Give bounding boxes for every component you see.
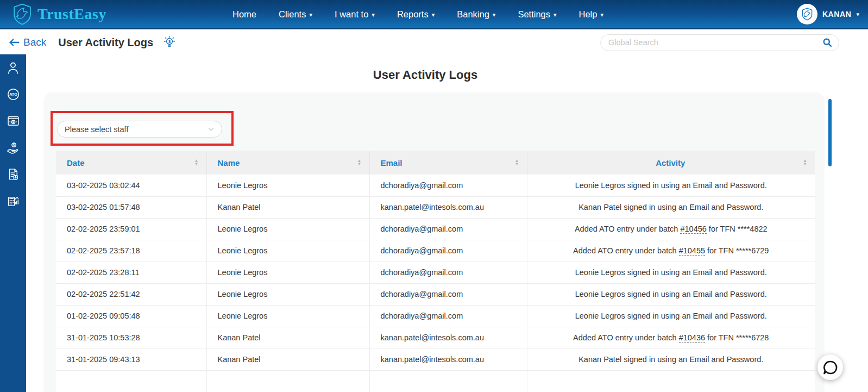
svg-text:$: $ [168,39,171,44]
batch-link[interactable]: #10436 [679,333,705,343]
column-label: Date [67,158,194,167]
cell-email: dchoradiya@gmail.com [369,305,527,327]
sort-icon[interactable]: ▲▼ [194,159,199,166]
column-label: Activity [538,158,803,167]
sidebar-item-document-download-icon[interactable] [0,161,26,188]
app-window: TrustEasy HomeClients▾I want to▾Reports▾… [0,0,868,392]
chat-fab-button[interactable] [817,354,843,380]
cell-empty [369,370,527,392]
cell-empty [527,370,815,392]
search-icon[interactable] [822,38,832,47]
staff-select-dropdown[interactable]: Please select staff [57,121,222,138]
hint-bulb-icon[interactable]: $ [163,35,176,49]
column-header-name[interactable]: Name▲▼ [206,151,369,175]
cell-activity: Leonie Legros signed in using an Email a… [527,262,815,283]
table-row: 02-02-2025 23:28:11Leonie Legrosdchoradi… [56,262,815,283]
activity-text: Added ATO entry under batch [573,333,679,342]
back-label: Back [23,36,46,48]
nav-item-help[interactable]: Help▾ [579,9,603,20]
table-row: 02-02-2025 22:51:42Leonie Legrosdchoradi… [56,283,815,305]
cell-date: 02-02-2025 23:57:18 [56,240,206,262]
svg-text:ATO: ATO [9,92,17,97]
cell-empty [206,370,369,392]
table-row: 03-02-2025 01:57:48Kanan Patelkanan.pate… [56,196,815,218]
cell-date: 31-01-2025 10:53:28 [56,327,206,349]
activity-text: for TFN *****6728 [705,333,769,342]
nav-item-home[interactable]: Home [232,9,256,20]
chevron-down-icon: ▾ [493,11,496,18]
sort-icon[interactable]: ▲▼ [515,159,519,166]
cell-email: kanan.patel@intesols.com.au [369,196,527,218]
cell-date: 31-01-2025 09:43:13 [56,349,206,370]
cell-date: 02-02-2025 23:28:11 [56,262,206,283]
table-row: 02-02-2025 23:57:18Leonie Legrosdchoradi… [56,240,815,262]
cell-date: 02-02-2025 22:51:42 [56,283,206,305]
activity-logs-card: Please select staff Date▲▼Name▲▼Email▲▼A… [43,92,825,392]
table-row: 31-01-2025 10:53:28Kanan Patelkanan.pate… [56,327,815,349]
table-row: 31-01-2025 09:43:13Kanan Patelkanan.pate… [56,349,815,370]
main-content: User Activity Logs Please select staff D… [26,54,868,392]
global-search [600,34,839,51]
sidebar-item-calculator-report-icon[interactable] [0,188,26,214]
nav-item-label: Banking [457,9,489,20]
sidebar-item-ato-icon[interactable]: ATO [0,81,26,108]
trusteasy-shield-bird-icon [11,3,34,26]
activity-table-wrap: Date▲▼Name▲▼Email▲▼Activity▲▼ 03-02-2025… [56,151,815,392]
chevron-down-icon: ▾ [600,11,603,18]
brand-logo[interactable]: TrustEasy [11,3,106,26]
cell-email: dchoradiya@gmail.com [369,262,527,283]
batch-link[interactable]: #10456 [680,225,706,234]
cell-name: Leonie Legros [206,218,369,240]
nav-item-settings[interactable]: Settings▾ [518,9,556,20]
brand-name: TrustEasy [37,5,106,23]
batch-link[interactable]: #10455 [679,246,705,256]
chat-bubble-icon [822,359,839,376]
activity-table-head: Date▲▼Name▲▼Email▲▼Activity▲▼ [56,151,815,175]
table-row: 01-02-2025 09:05:48Leonie Legrosdchoradi… [56,305,815,327]
column-header-email[interactable]: Email▲▼ [369,151,527,175]
cell-name: Leonie Legros [206,262,369,283]
avatar-bird-icon [800,7,814,21]
sort-icon[interactable]: ▲▼ [357,159,362,166]
nav-item-label: I want to [335,9,368,20]
activity-text: for TFN ****4822 [707,225,768,233]
sidebar-item-hand-money-icon[interactable]: $ [0,134,26,161]
back-button[interactable]: Back [8,36,46,48]
activity-table-body: 03-02-2025 03:02:44Leonie Legrosdchoradi… [56,175,815,392]
search-input[interactable] [601,38,822,47]
page-title: User Activity Logs [26,68,825,82]
cell-name: Kanan Patel [206,196,369,218]
user-menu[interactable]: KANAN ▾ [797,4,859,24]
cell-email: dchoradiya@gmail.com [369,175,527,196]
cell-activity: Leonie Legros signed in using an Email a… [527,305,815,327]
nav-item-clients[interactable]: Clients▾ [279,9,312,20]
activity-table: Date▲▼Name▲▼Email▲▼Activity▲▼ 03-02-2025… [56,151,815,392]
cell-name: Leonie Legros [206,305,369,327]
cell-activity: Added ATO entry under batch #10436 for T… [527,327,815,349]
activity-text: Added ATO entry under batch [575,225,681,233]
cell-name: Kanan Patel [206,349,369,370]
column-header-activity[interactable]: Activity▲▼ [527,151,815,175]
vertical-scrollbar-thumb[interactable] [828,99,832,166]
sidebar-item-user-icon[interactable] [0,54,26,81]
chevron-down-icon [207,126,215,133]
arrow-left-icon [8,38,20,47]
cell-activity: Added ATO entry under batch #10455 for T… [527,240,815,262]
nav-item-i-want-to[interactable]: I want to▾ [335,9,375,20]
cell-email: dchoradiya@gmail.com [369,240,527,262]
cell-date: 01-02-2025 09:05:48 [56,305,206,327]
nav-item-label: Clients [279,9,306,20]
chevron-down-icon: ▾ [372,11,375,18]
nav-item-reports[interactable]: Reports▾ [397,9,435,20]
nav-item-banking[interactable]: Banking▾ [457,9,495,20]
sidebar-item-payment-window-icon[interactable]: $ [0,108,26,134]
cell-email: dchoradiya@gmail.com [369,283,527,305]
nav-menu: HomeClients▾I want to▾Reports▾Banking▾Se… [232,9,603,20]
svg-text:$: $ [13,142,15,147]
chevron-down-icon: ▾ [856,11,859,18]
nav-item-label: Home [232,9,256,20]
breadcrumb-bar: Back User Activity Logs $ [0,30,868,54]
column-header-date[interactable]: Date▲▼ [56,151,206,175]
sort-icon[interactable]: ▲▼ [803,159,807,166]
header-row: Date▲▼Name▲▼Email▲▼Activity▲▼ [56,151,815,175]
